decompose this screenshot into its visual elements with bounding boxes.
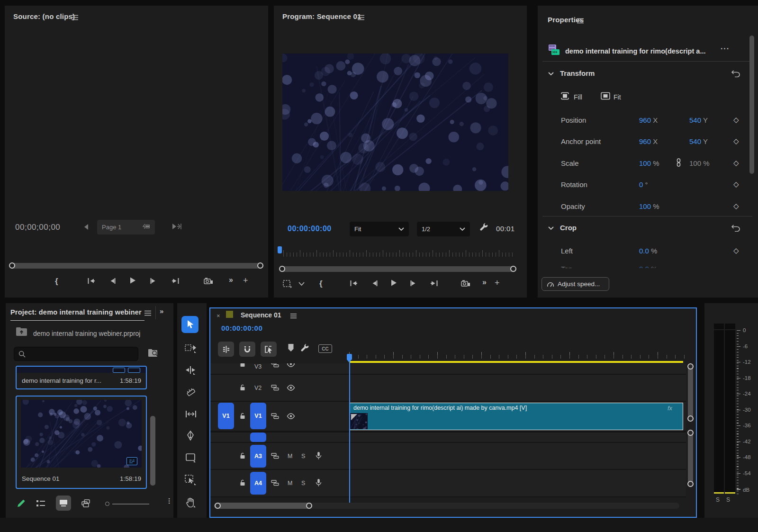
- track-style-icon[interactable]: [271, 480, 279, 486]
- list-view-icon[interactable]: [36, 500, 45, 507]
- solo-right-button[interactable]: S: [726, 496, 730, 503]
- track-target-a1[interactable]: [250, 433, 266, 442]
- scale-y[interactable]: 100 %: [689, 159, 710, 167]
- timeline-timecode[interactable]: 00:00:00:00: [221, 324, 262, 332]
- rotation-value[interactable]: 0 °: [639, 180, 648, 189]
- fill-button-label[interactable]: Fill: [574, 93, 582, 101]
- video-scrollbar-bottom-knob[interactable]: [687, 415, 694, 422]
- video-scrollbar-top-knob[interactable]: [687, 363, 694, 370]
- panel-menu-icon[interactable]: [144, 309, 152, 318]
- zoom-slider-handle[interactable]: [105, 502, 109, 506]
- fit-mode-icon[interactable]: [601, 92, 610, 100]
- go-to-out-icon[interactable]: [430, 280, 438, 287]
- scale-link-icon[interactable]: [676, 158, 681, 167]
- adjust-speed-button[interactable]: Adjust speed...: [541, 277, 609, 291]
- lock-icon[interactable]: [239, 479, 246, 487]
- mute-button[interactable]: M: [288, 480, 292, 487]
- play-in-to-out-icon[interactable]: [171, 223, 183, 230]
- page-select[interactable]: Page 1: [97, 220, 155, 234]
- step-forward-icon[interactable]: [410, 280, 417, 287]
- close-tab-icon[interactable]: ×: [217, 312, 220, 319]
- step-forward-icon[interactable]: [150, 278, 157, 284]
- object-selection-tool[interactable]: [185, 475, 197, 485]
- hscroll-right-knob[interactable]: [306, 503, 312, 509]
- keyframe-toggle-icon[interactable]: ◇: [733, 246, 739, 255]
- timeline-settings-wrench-icon[interactable]: [300, 343, 309, 352]
- track-select-forward-tool[interactable]: [185, 343, 197, 353]
- properties-scrollbar[interactable]: [749, 36, 754, 174]
- transform-section-title[interactable]: Transform: [560, 69, 595, 77]
- keyframe-toggle-icon[interactable]: ◇: [733, 137, 739, 145]
- track-target-v1[interactable]: V1: [250, 403, 266, 429]
- project-list-scrollbar[interactable]: [150, 416, 155, 486]
- fit-dropdown[interactable]: Fit: [350, 222, 409, 236]
- hscroll-left-knob[interactable]: [215, 503, 221, 509]
- audio-scrollbar-bottom-knob[interactable]: [687, 481, 694, 487]
- more-buttons-icon[interactable]: »: [482, 278, 487, 287]
- nest-settings-button[interactable]: [218, 342, 234, 357]
- voiceover-mic-icon[interactable]: [316, 478, 322, 487]
- chevron-down-icon[interactable]: [298, 282, 305, 286]
- program-scrollbar-left-knob[interactable]: [279, 266, 285, 272]
- source-scrollbar-right-knob[interactable]: [257, 262, 263, 269]
- go-to-out-icon[interactable]: [171, 278, 180, 284]
- panel-menu-icon[interactable]: [71, 14, 79, 22]
- add-button-icon[interactable]: +: [243, 276, 248, 286]
- mute-button[interactable]: M: [288, 453, 292, 460]
- lock-icon[interactable]: [239, 413, 246, 420]
- track-v2-label[interactable]: V2: [254, 385, 262, 391]
- program-timecode[interactable]: 00:00:00:00: [288, 225, 332, 233]
- step-back-icon[interactable]: [109, 278, 116, 284]
- play-icon[interactable]: [390, 279, 397, 287]
- program-playhead[interactable]: [278, 246, 282, 253]
- anchor-y[interactable]: 540 Y: [689, 137, 708, 145]
- track-v3-label[interactable]: V3: [254, 363, 262, 370]
- toggle-track-output-icon[interactable]: [287, 385, 295, 391]
- captions-button[interactable]: CC: [318, 344, 332, 353]
- go-to-in-icon[interactable]: [87, 278, 95, 284]
- crop-left-value[interactable]: 0.0 %: [639, 247, 657, 255]
- export-frame-icon[interactable]: [204, 278, 213, 285]
- source-timecode[interactable]: 00;00;00;00: [15, 223, 60, 232]
- project-file-name[interactable]: demo internal training webiner.prproj: [33, 330, 140, 337]
- add-marker-icon[interactable]: {: [55, 277, 58, 286]
- playhead-line[interactable]: [349, 361, 350, 508]
- track-style-icon[interactable]: [271, 453, 279, 459]
- source-patch-v1[interactable]: V1: [218, 403, 234, 429]
- export-frame-icon[interactable]: [461, 280, 470, 287]
- position-y[interactable]: 540 Y: [689, 116, 708, 124]
- opacity-value[interactable]: 100 %: [639, 202, 659, 210]
- playhead-head[interactable]: [347, 354, 352, 360]
- timeline-clip[interactable]: demo internal training for rimo(descript…: [349, 403, 683, 430]
- clip-more-button[interactable]: ···: [721, 45, 730, 53]
- program-mini-ruler[interactable]: [278, 246, 514, 258]
- panel-menu-icon[interactable]: [577, 17, 584, 26]
- program-scrollbar-right-knob[interactable]: [510, 266, 516, 272]
- keyframe-toggle-icon[interactable]: ◇: [733, 202, 739, 210]
- zoom-slider-track[interactable]: [112, 504, 149, 505]
- hand-tool[interactable]: [185, 497, 196, 507]
- comparison-view-icon[interactable]: [282, 280, 292, 288]
- project-item[interactable]: Sequence 01 1:58:19: [16, 396, 147, 489]
- icon-view-button[interactable]: [56, 496, 71, 511]
- new-item-pencil-icon[interactable]: [17, 499, 26, 508]
- video-tracks-scrollbar[interactable]: [688, 366, 693, 418]
- selection-tool[interactable]: [181, 316, 199, 333]
- source-scrollbar-left-knob[interactable]: [9, 262, 15, 269]
- slip-tool[interactable]: [185, 410, 197, 418]
- anchor-x[interactable]: 960 X: [639, 137, 658, 145]
- fit-button-label[interactable]: Fit: [614, 93, 621, 101]
- pen-tool[interactable]: [186, 431, 195, 441]
- zoom-dropdown[interactable]: 1/2: [417, 222, 470, 236]
- program-scrollbar[interactable]: [280, 266, 516, 272]
- crop-top-value[interactable]: 0.0 %: [639, 265, 657, 268]
- panel-menu-icon[interactable]: [357, 14, 365, 22]
- fill-mode-icon[interactable]: [560, 92, 570, 100]
- go-to-in-icon[interactable]: [350, 280, 358, 287]
- source-scrollbar[interactable]: [9, 263, 263, 269]
- settings-wrench-icon[interactable]: [479, 223, 488, 232]
- audio-tracks-scrollbar[interactable]: [688, 433, 693, 484]
- track-target-a3[interactable]: A3: [250, 445, 266, 468]
- position-x[interactable]: 960 X: [639, 116, 658, 124]
- solo-button[interactable]: S: [301, 453, 305, 460]
